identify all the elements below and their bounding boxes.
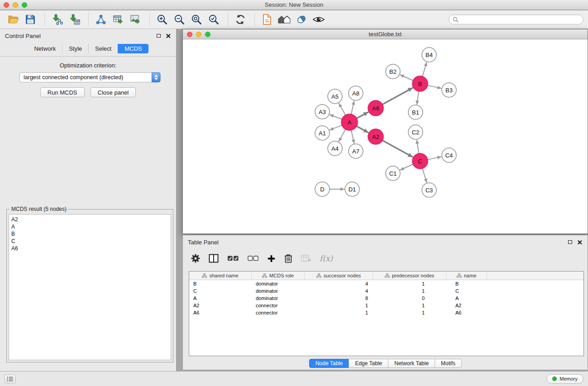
mcds-result-item[interactable]: B: [11, 230, 171, 238]
table-row[interactable]: Bdominator41B: [189, 280, 583, 287]
node-A2[interactable]: A2: [368, 129, 383, 144]
zoom-out-button[interactable]: [172, 12, 187, 27]
edge-B-B2[interactable]: [400, 75, 413, 81]
node-B2[interactable]: B2: [386, 64, 400, 79]
table-row[interactable]: Cdominator41C: [189, 287, 583, 295]
export-image-button[interactable]: [128, 12, 143, 27]
node-B3[interactable]: B3: [442, 83, 456, 97]
tab-motifs[interactable]: Motifs: [435, 359, 462, 368]
close-table-panel-icon[interactable]: ✕: [577, 239, 583, 246]
node-A5[interactable]: A5: [328, 89, 342, 104]
edge-A-A6[interactable]: [357, 112, 368, 118]
network-canvas[interactable]: AA6A2BCA1A3A4A5A7A8B1B2B3B4C1C2C3C4DD1: [183, 39, 588, 234]
column-header-shared-name[interactable]: shared name: [189, 272, 252, 280]
node-B1[interactable]: B1: [408, 105, 423, 119]
close-panel-button[interactable]: Close panel: [91, 87, 136, 97]
node-D[interactable]: D: [315, 182, 330, 196]
edge-C-C4[interactable]: [428, 157, 442, 159]
table-row[interactable]: Adominator80A: [189, 295, 583, 302]
edge-A6-B[interactable]: [382, 88, 413, 105]
float-table-panel-icon[interactable]: [568, 240, 572, 244]
zoom-fit-button[interactable]: [189, 12, 204, 27]
node-A[interactable]: A: [341, 114, 358, 130]
search-input[interactable]: [461, 16, 583, 23]
table-row[interactable]: A2connector11A2: [189, 302, 583, 309]
edge-B-B1[interactable]: [417, 91, 419, 105]
node-C3[interactable]: C3: [422, 183, 436, 197]
add-column-button[interactable]: [267, 254, 276, 263]
node-A7[interactable]: A7: [349, 144, 363, 158]
optimization-dropdown[interactable]: largest connected component (directed): [19, 72, 161, 82]
new-table-button[interactable]: [110, 12, 126, 27]
zoom-in-button[interactable]: [154, 12, 170, 27]
select-all-button[interactable]: [227, 255, 239, 262]
close-panel-icon[interactable]: ✕: [165, 33, 171, 39]
deselect-all-button[interactable]: [248, 255, 258, 262]
show-hide-button[interactable]: [311, 12, 326, 27]
node-A1[interactable]: A1: [315, 126, 330, 140]
zoom-selected-button[interactable]: [206, 12, 221, 27]
delete-column-button[interactable]: [284, 253, 292, 263]
mcds-result-item[interactable]: A: [11, 223, 171, 230]
edge-A-A3[interactable]: [330, 114, 342, 119]
delete-table-button[interactable]: [301, 254, 311, 262]
open-document-button[interactable]: [259, 12, 275, 27]
run-mcds-button[interactable]: Run MCDS: [40, 87, 85, 97]
edge-C-C1[interactable]: [400, 164, 413, 170]
search-field[interactable]: [449, 14, 583, 24]
refresh-button[interactable]: [233, 12, 248, 27]
tab-mcds[interactable]: MCDS: [118, 44, 148, 53]
table-row[interactable]: A6connector11A6: [189, 309, 583, 316]
table-settings-button[interactable]: [191, 254, 200, 263]
edge-A-A2[interactable]: [357, 126, 368, 133]
node-C1[interactable]: C1: [386, 166, 400, 181]
edge-A-A8[interactable]: [351, 101, 354, 114]
node-A4[interactable]: A4: [328, 141, 342, 156]
node-A3[interactable]: A3: [315, 105, 330, 119]
mcds-result-item[interactable]: A2: [11, 216, 171, 223]
edge-A-A1[interactable]: [330, 125, 342, 130]
mcds-result-item[interactable]: A6: [11, 245, 171, 252]
node-B4[interactable]: B4: [422, 48, 436, 62]
column-header-name[interactable]: name: [446, 272, 487, 280]
node-C2[interactable]: C2: [408, 125, 423, 139]
tab-node-table[interactable]: Node Table: [309, 359, 349, 368]
memory-button[interactable]: Memory: [546, 374, 583, 384]
column-header-successor-nodes[interactable]: successor nodes: [305, 272, 373, 280]
network-window-titlebar[interactable]: testGlobe.txt: [183, 29, 588, 39]
column-header-MCDS-role[interactable]: MCDS role: [252, 272, 305, 280]
function-builder-button[interactable]: f(x): [320, 254, 333, 263]
node-D1[interactable]: D1: [345, 182, 359, 196]
float-panel-icon[interactable]: [157, 34, 161, 38]
node-A8[interactable]: A8: [349, 86, 363, 100]
open-session-button[interactable]: [5, 12, 21, 27]
node-C4[interactable]: C4: [442, 148, 456, 162]
new-network-button[interactable]: [93, 12, 109, 27]
save-session-button[interactable]: [23, 12, 38, 27]
node-A6[interactable]: A6: [368, 100, 383, 116]
node-B[interactable]: B: [412, 76, 428, 91]
tab-network[interactable]: Network: [28, 44, 62, 53]
tab-edge-table[interactable]: Edge Table: [349, 359, 388, 368]
edge-C-C3[interactable]: [422, 168, 427, 183]
import-network-button[interactable]: [49, 12, 65, 27]
mcds-result-item[interactable]: C: [11, 238, 171, 245]
task-history-button[interactable]: [5, 375, 15, 383]
edge-A-A4[interactable]: [339, 129, 345, 142]
edge-C-C2[interactable]: [417, 140, 419, 153]
first-neighbors-button[interactable]: [277, 12, 292, 27]
edge-A-A5[interactable]: [339, 103, 345, 115]
column-header-predecessor-nodes[interactable]: predecessor nodes: [373, 272, 446, 280]
edge-A-A7[interactable]: [351, 130, 354, 144]
import-table-button[interactable]: [67, 12, 82, 27]
network-graph[interactable]: AA6A2BCA1A3A4A5A7A8B1B2B3B4C1C2C3C4DD1: [183, 39, 588, 234]
edge-B-B3[interactable]: [428, 86, 442, 89]
node-C[interactable]: C: [412, 153, 428, 169]
graphics-details-button[interactable]: [294, 12, 309, 27]
edge-A2-C[interactable]: [382, 140, 413, 157]
tab-select[interactable]: Select: [88, 44, 118, 53]
edge-B-B4[interactable]: [422, 62, 427, 76]
show-columns-button[interactable]: [209, 254, 219, 263]
node-table[interactable]: shared nameMCDS rolesuccessor nodesprede…: [189, 271, 584, 356]
tab-network-table[interactable]: Network Table: [388, 359, 435, 368]
